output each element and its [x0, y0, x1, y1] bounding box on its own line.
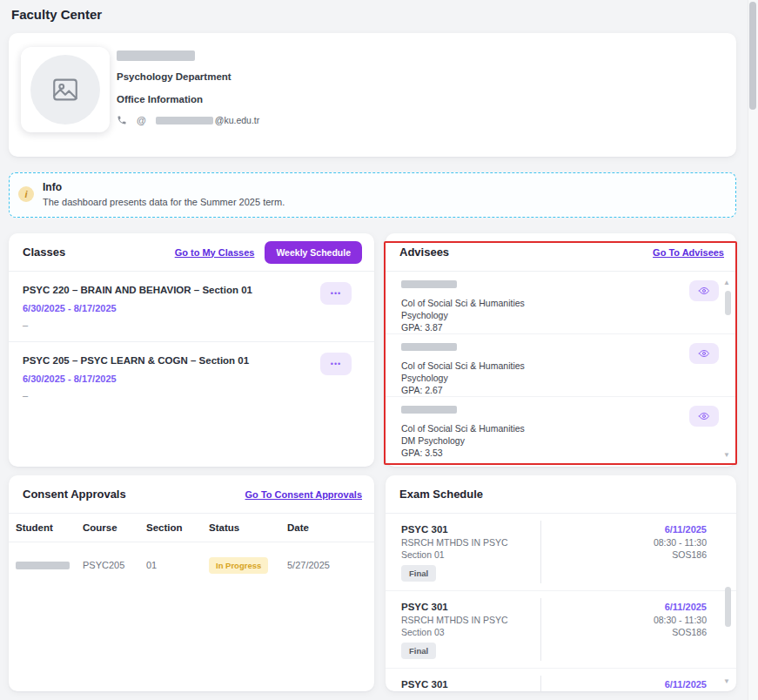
go-to-advisees-link[interactable]: Go To Advisees [653, 247, 724, 258]
redacted-advisee-name [401, 406, 457, 414]
class-note: – [23, 389, 313, 401]
phone-icon [117, 115, 127, 125]
class-dates: 6/30/2025 - 8/17/2025 [23, 302, 313, 314]
exam-entry-details: 6/11/2025 08:30 - 11:30 SOS186 [654, 523, 707, 561]
info-banner: i Info The dashboard presents data for t… [9, 172, 736, 218]
redacted-faculty-name [117, 50, 195, 61]
advisees-card-header: Advisees Go To Advisees [386, 233, 736, 272]
column-header-date: Date [287, 522, 367, 533]
consent-table-header: Student Course Section Status Date [9, 514, 374, 542]
image-placeholder-icon [49, 75, 82, 104]
go-to-my-classes-link[interactable]: Go to My Classes [175, 247, 255, 258]
class-item: PSYC 220 – BRAIN AND BEHAVIOR – Section … [9, 272, 374, 341]
email-address: @ku.edu.tr [156, 115, 260, 125]
exam-entry-details: 6/11/2025 08:30 - 11:30 SOS186 [654, 678, 707, 691]
divider [540, 598, 541, 661]
view-advisee-button[interactable] [689, 343, 719, 364]
page-title: Faculty Center [11, 7, 102, 22]
exam-entry: PSYC 301 RSRCH MTHDS IN PSYC Section 01 … [386, 514, 736, 591]
advisees-scrollbar-thumb[interactable] [725, 291, 731, 315]
faculty-center-page: Faculty Center Psychology Department Off… [0, 0, 758, 700]
consent-section: 01 [146, 560, 209, 570]
consent-approvals-title: Consent Approvals [23, 488, 126, 501]
profile-office-information: Office Information [117, 94, 203, 104]
class-note: – [23, 319, 313, 331]
consent-course: PSYC205 [83, 560, 146, 570]
exam-room: SOS186 [654, 626, 707, 638]
exam-schedule-card: Exam Schedule PSYC 301 RSRCH MTHDS IN PS… [386, 475, 736, 691]
advisee-program: Psychology [401, 372, 681, 384]
class-title: PSYC 220 – BRAIN AND BEHAVIOR – Section … [23, 284, 313, 297]
scroll-down-icon[interactable]: ▼ [721, 677, 732, 686]
exam-room: SOS186 [654, 549, 707, 561]
exam-entry-details: 6/11/2025 08:30 - 11:30 SOS186 [654, 601, 707, 638]
exam-card-header: Exam Schedule [386, 475, 736, 514]
go-to-consent-approvals-link[interactable]: Go To Consent Approvals [245, 489, 362, 500]
avatar-placeholder-circle [30, 55, 100, 125]
view-advisee-button[interactable] [689, 406, 719, 427]
column-header-section: Section [146, 522, 209, 533]
page-scrollbar-thumb[interactable] [749, 2, 756, 110]
consent-approvals-card: Consent Approvals Go To Consent Approval… [9, 475, 374, 691]
redacted-email-username [156, 117, 213, 125]
consent-table-row: PSYC205 01 In Progress 5/27/2025 [9, 542, 374, 586]
info-icon: i [18, 186, 34, 202]
exam-entry: PSYC 301 RSRCH MTHDS IN PSYC Section 03 … [386, 591, 736, 669]
exam-scrollbar-thumb[interactable] [725, 587, 731, 627]
exam-date: 6/11/2025 [654, 678, 707, 691]
exam-date: 6/11/2025 [654, 523, 707, 536]
info-banner-message: The dashboard presents data for the Summ… [43, 197, 285, 207]
class-title: PSYC 205 – PSYC LEARN & COGN – Section 0… [23, 354, 313, 367]
advisees-card: Advisees Go To Advisees Col of Social Sc… [386, 233, 736, 467]
advisee-college: Col of Social Sci & Humanities [401, 297, 681, 309]
exam-entry: PSYC 301 RSRCH MTHDS IN PSYC Section 01 … [386, 669, 736, 691]
advisee-gpa: GPA: 3.87 [401, 321, 681, 333]
divider [540, 521, 541, 583]
page-scrollbar[interactable] [748, 0, 758, 700]
advisees-title: Advisees [399, 246, 449, 259]
advisee-college: Col of Social Sci & Humanities [401, 422, 681, 434]
advisee-program: Psychology [401, 309, 681, 321]
class-dates: 6/30/2025 - 8/17/2025 [23, 373, 313, 385]
scroll-down-icon[interactable]: ▼ [721, 451, 732, 460]
profile-department: Psychology Department [117, 71, 231, 82]
class-actions-button[interactable]: ••• [320, 353, 352, 375]
status-badge: In Progress [209, 557, 268, 574]
advisee-college: Col of Social Sci & Humanities [401, 360, 681, 372]
classes-card-header: Classes Go to My Classes Weekly Schedule [9, 233, 374, 272]
advisee-row: Col of Social Sci & Humanities DM Psycho… [386, 397, 736, 460]
column-header-status: Status [209, 522, 287, 533]
exam-date: 6/11/2025 [654, 601, 707, 614]
redacted-advisee-name [401, 343, 457, 351]
classes-card: Classes Go to My Classes Weekly Schedule… [9, 233, 374, 467]
class-item: PSYC 205 – PSYC LEARN & COGN – Section 0… [9, 342, 374, 412]
redacted-student-name [16, 562, 70, 569]
info-banner-title: Info [43, 181, 62, 193]
email-domain: @ku.edu.tr [215, 115, 260, 125]
weekly-schedule-button[interactable]: Weekly Schedule [265, 241, 362, 264]
advisee-gpa: GPA: 3.53 [401, 447, 681, 459]
class-actions-button[interactable]: ••• [320, 282, 352, 305]
eye-icon [698, 348, 710, 359]
consent-date: 5/27/2025 [287, 560, 367, 570]
redacted-advisee-name [401, 280, 457, 288]
advisee-gpa: GPA: 2.67 [401, 384, 681, 396]
consent-card-header: Consent Approvals Go To Consent Approval… [9, 475, 374, 514]
exam-time: 08:30 - 11:30 [654, 614, 707, 626]
profile-card: Psychology Department Office Information… [9, 33, 736, 157]
email-icon: @ [137, 115, 146, 125]
view-advisee-button[interactable] [689, 280, 719, 301]
scroll-up-icon[interactable]: ▲ [721, 279, 732, 287]
classes-title: Classes [23, 246, 65, 259]
exam-type-badge: Final [401, 643, 436, 659]
divider [540, 676, 541, 691]
advisee-row: Col of Social Sci & Humanities Psycholog… [386, 334, 736, 397]
advisee-program: DM Psychology [401, 434, 681, 447]
exam-time: 08:30 - 11:30 [654, 536, 707, 549]
column-header-student: Student [16, 522, 83, 533]
eye-icon [698, 411, 710, 421]
eye-icon [698, 286, 710, 296]
profile-contact-row: @ @ku.edu.tr [117, 115, 259, 125]
advisee-row: Col of Social Sci & Humanities Psycholog… [386, 272, 736, 334]
column-header-course: Course [83, 522, 146, 533]
